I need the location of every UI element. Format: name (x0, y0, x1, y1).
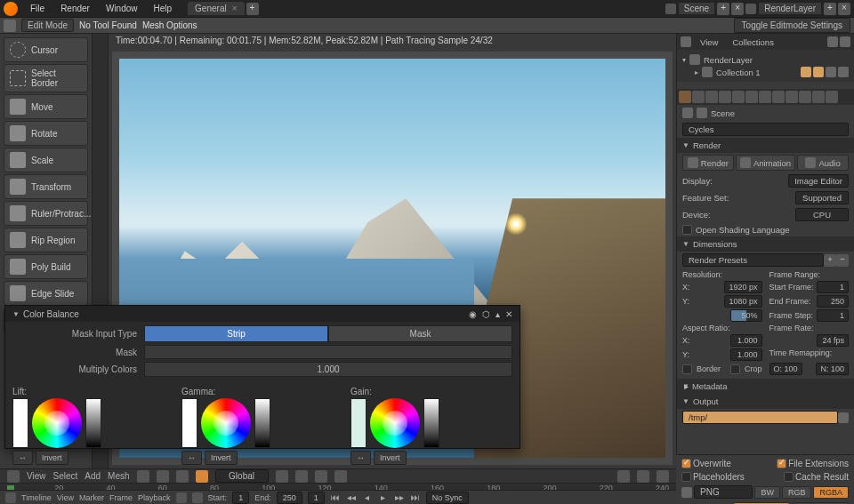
scene-remove-button[interactable]: × (731, 3, 744, 15)
editor-type-icon[interactable] (7, 470, 20, 483)
tool-edge-slide[interactable]: Edge Slide (4, 281, 88, 306)
gain-value-slider[interactable] (423, 398, 439, 448)
start-frame-input[interactable]: 1 (817, 281, 849, 293)
outliner-item-renderlayer[interactable]: ▾RenderLayer (682, 53, 849, 66)
presets-selector[interactable]: Render Presets (682, 253, 824, 267)
tab-scene[interactable] (719, 91, 731, 103)
mask-selector[interactable] (144, 345, 512, 359)
play-icon[interactable]: ▸ (378, 492, 389, 503)
mode-selector[interactable]: Edit Mode (21, 19, 74, 32)
engine-selector[interactable]: Cycles (682, 123, 849, 136)
close-icon[interactable]: × (232, 4, 238, 13)
display-selector[interactable]: Image Editor (788, 174, 849, 188)
menu-file[interactable]: File (23, 2, 52, 15)
add-menu[interactable]: Add (85, 471, 101, 481)
tool-transform[interactable]: Transform (4, 174, 88, 199)
tool-select-border[interactable]: Select Border (4, 64, 88, 92)
keying-icon[interactable] (176, 492, 187, 503)
menu-icon[interactable]: ▴ (495, 309, 500, 319)
tab-modifier[interactable] (759, 91, 771, 103)
tab-output[interactable] (692, 91, 705, 103)
filter-icon[interactable] (840, 36, 850, 47)
tab-particles[interactable] (772, 91, 785, 103)
prev-key-icon[interactable]: ◂◂ (346, 492, 357, 503)
tab-physics[interactable] (786, 91, 798, 103)
mesh-options[interactable]: Mesh Options (142, 20, 197, 30)
outliner-tab-collections[interactable]: Collections (727, 36, 778, 48)
res-x-input[interactable]: 1920 px (724, 281, 761, 293)
gamma-color-wheel[interactable] (201, 398, 251, 448)
display-icon[interactable] (657, 470, 669, 483)
res-y-input[interactable]: 1080 px (724, 295, 761, 308)
play-reverse-icon[interactable]: ◂ (362, 492, 373, 503)
remap-new-input[interactable]: N: 100 (816, 363, 849, 375)
tool-rotate[interactable]: Rotate (4, 121, 88, 146)
rgb-button[interactable]: RGB (782, 486, 812, 499)
mode-icon[interactable] (137, 470, 149, 483)
tool-poly-build[interactable]: Poly Build (4, 254, 88, 279)
tab-texture[interactable] (826, 91, 838, 103)
menu-render[interactable]: Render (53, 2, 97, 15)
current-frame-field[interactable]: 1 (308, 492, 325, 504)
gain-arrows-button[interactable]: ↔ (350, 451, 371, 465)
border-checkbox[interactable] (682, 364, 692, 374)
tab-material[interactable] (812, 91, 825, 103)
gamma-value-slider[interactable] (254, 398, 270, 448)
file-ext-checkbox[interactable] (777, 459, 786, 468)
keying-icon[interactable] (192, 492, 203, 503)
rgba-button[interactable]: RGBA (813, 486, 849, 499)
mode-icon[interactable] (176, 470, 189, 483)
output-path-input[interactable]: /tmp/ (682, 411, 838, 424)
mesh-menu[interactable]: Mesh (108, 471, 129, 481)
lift-value-slider[interactable] (85, 398, 101, 448)
lift-arrows-button[interactable]: ↔ (12, 451, 33, 465)
next-key-icon[interactable]: ▸▸ (394, 492, 405, 503)
sync-selector[interactable]: No Sync (426, 492, 469, 504)
mode-icon[interactable] (157, 470, 169, 483)
workspace-tab-general[interactable]: General× (188, 2, 244, 15)
close-icon[interactable]: ✕ (505, 309, 512, 319)
tab-object[interactable] (745, 91, 758, 103)
tool-move[interactable]: Move (4, 94, 88, 119)
bw-button[interactable]: BW (754, 486, 780, 499)
animation-button[interactable]: Animation (736, 155, 795, 171)
layer-add-button[interactable]: + (824, 3, 836, 15)
proportional-icon[interactable] (315, 470, 327, 483)
crop-checkbox[interactable] (730, 364, 740, 374)
view-menu[interactable]: View (27, 471, 46, 481)
layer-remove-button[interactable]: × (838, 3, 850, 15)
aspect-x-input[interactable]: 1.000 (730, 334, 762, 347)
placeholders-checkbox[interactable] (681, 472, 691, 482)
overwrite-checkbox[interactable] (681, 459, 691, 468)
gamma-invert-button[interactable]: Invert (205, 451, 238, 465)
tool-scale[interactable]: Scale (4, 148, 88, 172)
end-frame-input[interactable]: 250 (817, 295, 849, 308)
snap-type-icon[interactable] (295, 470, 308, 483)
tool-cursor[interactable]: Cursor (4, 37, 88, 62)
lift-invert-button[interactable]: Invert (36, 451, 68, 465)
end-frame-field[interactable]: 250 (277, 492, 302, 504)
section-render[interactable]: Render (677, 138, 854, 153)
jump-end-icon[interactable]: ⏭ (410, 492, 421, 503)
remap-old-input[interactable]: O: 100 (769, 363, 802, 375)
scene-add-button[interactable]: + (717, 3, 729, 15)
tool-rip-region[interactable]: Rip Region (4, 228, 88, 252)
lift-color-wheel[interactable] (32, 398, 82, 448)
outliner-tab-view[interactable]: View (695, 36, 723, 48)
timeline-editor-icon[interactable] (5, 492, 16, 503)
fps-selector[interactable]: 24 fps (817, 334, 849, 347)
mask-button[interactable]: Mask (328, 325, 512, 342)
section-dimensions[interactable]: Dimensions (677, 236, 854, 252)
lift-swatch[interactable] (12, 398, 28, 448)
tool-ruler[interactable]: Ruler/Protrac... (4, 201, 88, 226)
shading-icon[interactable] (617, 470, 630, 483)
jump-start-icon[interactable]: ⏮ (330, 492, 341, 503)
res-pct-slider[interactable]: 50% (730, 309, 762, 322)
falloff-icon[interactable] (334, 470, 347, 483)
frame-step-input[interactable]: 1 (817, 309, 849, 322)
orientation-icon[interactable] (196, 470, 208, 483)
preset-remove-button[interactable]: − (836, 254, 849, 267)
outliner-item-collection[interactable]: ▸Collection 1 (695, 66, 849, 78)
section-output[interactable]: Output (677, 394, 854, 409)
selectable-icon[interactable] (826, 67, 836, 77)
